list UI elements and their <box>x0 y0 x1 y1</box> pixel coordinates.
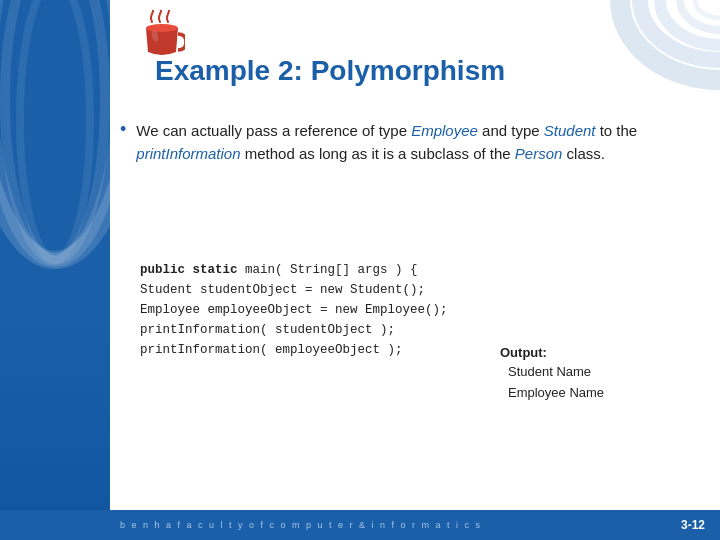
bottom-bar-text: B e n h a f a c u l t y o f c o m p u t … <box>120 520 482 530</box>
code-block: public static main( String[] args ) { St… <box>140 260 540 360</box>
code-line-2: Student studentObject = new Student(); <box>140 280 540 300</box>
top-right-swirl <box>590 0 720 130</box>
svg-point-13 <box>695 0 720 18</box>
svg-point-3 <box>20 0 90 260</box>
code-line-4: printInformation( studentObject ); <box>140 320 540 340</box>
slide-title: Example 2: Polymorphism <box>155 55 505 87</box>
employee-text: Employee <box>411 122 478 139</box>
bullet-item: • We can actually pass a reference of ty… <box>120 120 690 165</box>
student-text: Student <box>544 122 596 139</box>
output-box: Output: Student Name Employee Name <box>500 345 604 404</box>
printinfo-text: printInformation <box>136 145 240 162</box>
svg-point-7 <box>146 24 178 32</box>
code-line-5: printInformation( employeeObject ); <box>140 340 540 360</box>
code-bold-1: public static <box>140 263 238 277</box>
output-line-2: Employee Name <box>500 383 604 404</box>
bullet-text: We can actually pass a reference of type… <box>136 120 690 165</box>
output-line-1: Student Name <box>500 362 604 383</box>
bullet-dot: • <box>120 119 126 140</box>
bottom-bar: B e n h a f a c u l t y o f c o m p u t … <box>0 510 720 540</box>
left-sidebar <box>0 0 110 540</box>
code-line-1: public static main( String[] args ) { <box>140 260 540 280</box>
code-line-3: Employee employeeObject = new Employee()… <box>140 300 540 320</box>
content-area: • We can actually pass a reference of ty… <box>120 120 700 181</box>
output-label: Output: <box>500 345 604 360</box>
page-number: 3-12 <box>681 518 705 532</box>
person-text: Person <box>515 145 563 162</box>
